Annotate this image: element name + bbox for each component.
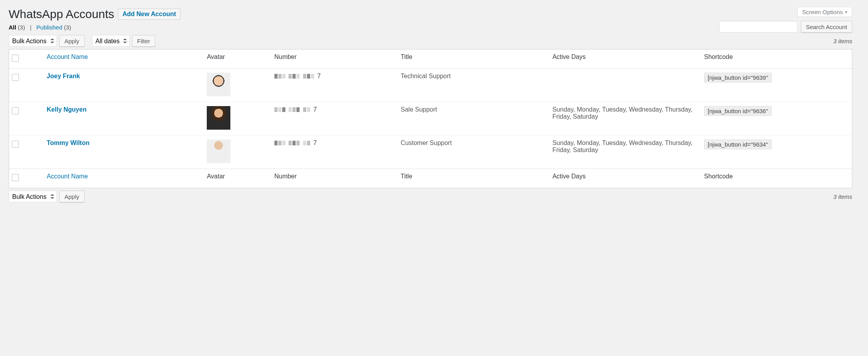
select-all-checkbox-bottom[interactable]	[12, 174, 19, 181]
date-filter-select[interactable]: All dates	[92, 35, 130, 47]
filter-published-count: (3)	[64, 24, 71, 31]
apply-bulk-bottom-button[interactable]: Apply	[59, 191, 85, 202]
account-name-link[interactable]: Kelly Nguyen	[47, 106, 86, 113]
table-row: Kelly Nguyen 7 Sale Support Sunday, Mond…	[9, 102, 852, 135]
table-row: Tommy Wilton 7 Customer Support Sunday, …	[9, 135, 852, 169]
col-footer-account-name[interactable]: Account Name	[47, 173, 88, 180]
search-account-button[interactable]: Search Account	[801, 21, 852, 33]
table-row: Joey Frank 7 Technical Support [njwa_but…	[9, 69, 852, 102]
shortcode-box[interactable]: [njwa_button id="9634"	[704, 139, 772, 149]
account-title: Customer Support	[397, 135, 548, 169]
account-name-link[interactable]: Joey Frank	[47, 73, 80, 79]
active-days	[548, 69, 700, 102]
row-checkbox[interactable]	[12, 74, 19, 81]
col-footer-avatar: Avatar	[203, 169, 270, 188]
avatar-image	[207, 106, 230, 130]
phone-number: 7	[274, 106, 317, 113]
shortcode-box[interactable]: [njwa_button id="9639"	[704, 73, 772, 83]
items-count-top: 3 items	[833, 38, 852, 44]
add-new-account-button[interactable]: Add New Account	[118, 9, 180, 20]
row-checkbox[interactable]	[12, 141, 19, 148]
phone-number: 7	[274, 73, 321, 80]
filter-all-count: (3)	[18, 24, 25, 31]
screen-options-label: Screen Options	[802, 9, 843, 15]
accounts-table: Account Name Avatar Number Title Active …	[9, 49, 852, 188]
col-header-avatar: Avatar	[203, 50, 270, 69]
col-header-number: Number	[270, 50, 397, 69]
col-header-shortcode: Shortcode	[700, 50, 852, 69]
avatar-image	[207, 73, 230, 96]
col-footer-shortcode: Shortcode	[700, 169, 852, 188]
bulk-actions-select-top[interactable]: Bulk Actions	[9, 35, 57, 47]
page-title: WhatsApp Accounts	[9, 7, 114, 21]
filter-published-link[interactable]: Published	[37, 24, 63, 31]
col-header-account-name[interactable]: Account Name	[47, 53, 88, 60]
col-footer-number: Number	[270, 169, 397, 188]
status-filter-links: All (3) | Published (3)	[9, 24, 71, 31]
screen-options-tab[interactable]: Screen Options	[797, 7, 852, 17]
items-count-bottom: 3 items	[833, 193, 852, 200]
shortcode-box[interactable]: [njwa_button id="9636"	[704, 106, 772, 116]
filter-all-link[interactable]: All	[9, 24, 16, 31]
row-checkbox[interactable]	[12, 107, 19, 114]
account-title: Sale Support	[397, 102, 548, 135]
avatar-image	[207, 139, 230, 163]
select-all-checkbox-top[interactable]	[12, 55, 19, 62]
search-input[interactable]	[719, 21, 798, 33]
active-days: Sunday, Monday, Tuesday, Wednesday, Thur…	[548, 135, 700, 169]
col-header-active-days: Active Days	[548, 50, 700, 69]
account-name-link[interactable]: Tommy Wilton	[47, 139, 90, 146]
account-title: Technical Support	[397, 69, 548, 102]
col-footer-active-days: Active Days	[548, 169, 700, 188]
filter-button[interactable]: Filter	[132, 35, 155, 47]
phone-number: 7	[274, 139, 317, 147]
col-footer-title: Title	[397, 169, 548, 188]
col-header-title: Title	[397, 50, 548, 69]
active-days: Sunday, Monday, Tuesday, Wednesday, Thur…	[548, 102, 700, 135]
apply-bulk-top-button[interactable]: Apply	[59, 35, 85, 47]
bulk-actions-select-bottom[interactable]: Bulk Actions	[9, 191, 57, 202]
